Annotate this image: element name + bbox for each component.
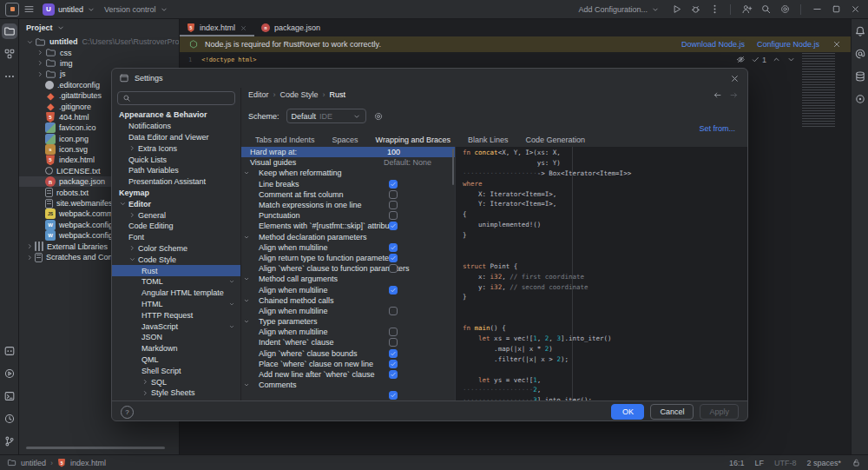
- option-row[interactable]: Hard wrap at:100: [241, 147, 455, 157]
- status-widget[interactable]: 2 spaces*: [806, 459, 841, 467]
- option-row[interactable]: Method call arguments: [241, 274, 455, 284]
- close-button[interactable]: [845, 2, 865, 17]
- option-checkbox[interactable]: [389, 370, 398, 379]
- option-row[interactable]: Chained method calls: [241, 295, 455, 306]
- forward-icon[interactable]: [729, 90, 739, 100]
- settings-nav-item-notifications[interactable]: Notifications: [112, 121, 240, 132]
- options-scrollbar[interactable]: [452, 149, 454, 185]
- option-row[interactable]: Align when multiline: [241, 284, 455, 295]
- settings-nav-item-rust[interactable]: Rust: [112, 265, 240, 276]
- build-tool-button[interactable]: [852, 91, 868, 107]
- chevron-down-icon[interactable]: [243, 275, 250, 282]
- cancel-button[interactable]: Cancel: [650, 404, 694, 420]
- structure-button[interactable]: [2, 46, 17, 62]
- option-row[interactable]: Line breaks: [241, 179, 455, 189]
- settings-nav-item-presentation-assistant[interactable]: Presentation Assistant: [112, 176, 240, 188]
- configure-node-js-link[interactable]: Configure Node.js: [757, 40, 819, 49]
- option-row[interactable]: Match expressions in one line: [241, 200, 455, 210]
- maximize-button[interactable]: [826, 2, 845, 17]
- settings-nav-item-data-editor-and-viewer[interactable]: Data Editor and Viewer: [112, 132, 240, 143]
- option-row[interactable]: Align return type to function parameters: [241, 253, 455, 263]
- option-row[interactable]: Punctuation: [241, 210, 455, 221]
- settings-nav-item-angular-html-template[interactable]: Angular HTML template: [112, 288, 240, 299]
- option-checkbox[interactable]: [389, 264, 398, 273]
- terminal-button[interactable]: [2, 388, 17, 404]
- editor-tab-index.html[interactable]: 5index.html: [180, 19, 254, 36]
- option-row[interactable]: Place `where` clause on new line: [241, 359, 455, 369]
- option-row[interactable]: Comments: [241, 380, 455, 390]
- option-checkbox[interactable]: [389, 360, 398, 368]
- settings-nav-item-path-variables[interactable]: Path Variables: [112, 165, 240, 176]
- option-checkbox[interactable]: [389, 391, 398, 400]
- settings-nav-item-javascript[interactable]: JavaScript: [112, 321, 240, 332]
- option-row[interactable]: Add new line after `where` clause: [241, 369, 455, 380]
- more-button[interactable]: [2, 69, 17, 84]
- option-checkbox[interactable]: [389, 349, 398, 358]
- inspection-count-widget[interactable]: 1: [751, 55, 766, 64]
- settings-nav-item-shell-script[interactable]: Shell Script: [112, 365, 240, 376]
- settings-nav-item-quick-lists[interactable]: Quick Lists: [112, 154, 240, 165]
- settings-nav-item-code-style[interactable]: Code Style: [112, 254, 240, 265]
- chevron-down-icon[interactable]: [243, 297, 250, 304]
- option-row[interactable]: Align when multiline: [241, 327, 455, 337]
- chevron-down-icon[interactable]: [786, 55, 796, 64]
- settings-nav-item-general[interactable]: General: [112, 209, 240, 221]
- settings-nav-item-markdown[interactable]: Markdown: [112, 343, 240, 354]
- scheme-gear-icon[interactable]: [373, 111, 384, 122]
- gear-button[interactable]: [775, 2, 794, 17]
- option-row[interactable]: Elements with `#[rustfmt::skip]` attribu…: [241, 221, 455, 231]
- ai-assistant-button[interactable]: [852, 46, 868, 62]
- chevron-down-icon[interactable]: [243, 234, 250, 241]
- vcs-widget[interactable]: Version control: [100, 2, 173, 17]
- close-icon[interactable]: [240, 24, 247, 32]
- option-row[interactable]: Visual guidesDefault: None: [241, 157, 455, 168]
- option-row[interactable]: Keep when reformatting: [241, 168, 455, 178]
- help-button[interactable]: ?: [121, 406, 134, 419]
- notifications-bell-button[interactable]: [852, 23, 868, 39]
- option-row[interactable]: [241, 390, 455, 400]
- option-row[interactable]: Comment at first column: [241, 189, 455, 200]
- option-checkbox[interactable]: [389, 254, 398, 262]
- option-checkbox[interactable]: [389, 222, 398, 230]
- settings-nav-item-appearance-behavior[interactable]: Appearance & Behavior: [112, 109, 240, 121]
- settings-search-input[interactable]: [117, 91, 235, 105]
- option-checkbox[interactable]: [389, 307, 398, 315]
- database-button[interactable]: [852, 69, 868, 84]
- breadcrumb-editor[interactable]: Editor: [248, 90, 269, 99]
- option-checkbox[interactable]: [389, 190, 398, 199]
- kebab-button[interactable]: [705, 2, 724, 17]
- user-plus-button[interactable]: [737, 2, 756, 17]
- play-button[interactable]: [667, 2, 686, 17]
- set-from-link[interactable]: Set from...: [699, 124, 735, 133]
- option-row[interactable]: Type parameters: [241, 316, 455, 327]
- history-button[interactable]: [2, 411, 17, 427]
- main-menu-button[interactable]: [19, 2, 38, 17]
- search-button[interactable]: [756, 2, 775, 17]
- services-button[interactable]: [2, 343, 17, 359]
- chevron-down-icon[interactable]: [243, 381, 250, 388]
- chevron-down-icon[interactable]: [243, 318, 250, 325]
- settings-nav-item-qml[interactable]: QML: [112, 354, 240, 366]
- option-row[interactable]: Align `where` clause to function paramet…: [241, 263, 455, 274]
- lock-open-icon[interactable]: [852, 458, 861, 467]
- project-panel-header[interactable]: Project: [19, 19, 179, 36]
- option-row[interactable]: Method declaration parameters: [241, 232, 455, 242]
- ok-button[interactable]: OK: [611, 404, 644, 420]
- status-file[interactable]: index.html: [70, 459, 106, 467]
- back-icon[interactable]: [713, 90, 722, 100]
- settings-nav-item-editor[interactable]: Editor: [112, 198, 240, 209]
- option-checkbox[interactable]: [389, 243, 398, 252]
- settings-nav-item-html[interactable]: HTML: [112, 299, 240, 310]
- minimize-button[interactable]: [807, 2, 826, 17]
- settings-nav-item-json[interactable]: JSON: [112, 332, 240, 343]
- status-widget[interactable]: 16:1: [729, 459, 745, 467]
- close-icon[interactable]: [832, 39, 842, 50]
- breadcrumb-code-style[interactable]: Code Style: [280, 90, 319, 99]
- option-checkbox[interactable]: [389, 201, 398, 209]
- option-value[interactable]: 100: [387, 148, 400, 156]
- settings-nav-item-sql[interactable]: SQL: [112, 376, 240, 387]
- editor-minimap[interactable]: [802, 53, 847, 128]
- tree-item[interactable]: css: [19, 47, 179, 57]
- option-row[interactable]: Indent `where` clause: [241, 337, 455, 348]
- settings-nav-item-keymap[interactable]: Keymap: [112, 188, 240, 199]
